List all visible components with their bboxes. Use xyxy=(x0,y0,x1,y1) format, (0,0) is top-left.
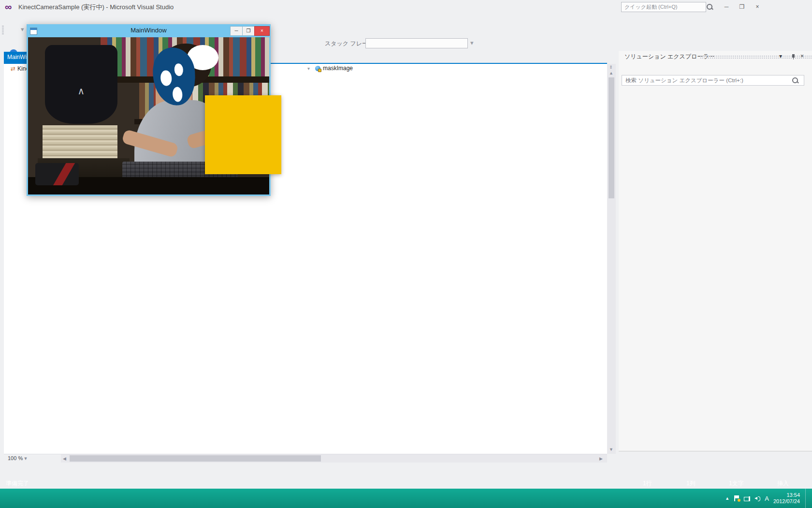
app-minimize-button[interactable]: ─ xyxy=(230,26,243,36)
clock[interactable]: 13:54 2012/07/24 xyxy=(773,492,800,505)
search-icon[interactable] xyxy=(792,77,798,83)
menu-bar xyxy=(0,14,812,23)
quick-launch-input[interactable]: クイック起動 (Ctrl+Q) xyxy=(621,2,706,12)
vs-titlebar[interactable]: ∞ KinectCameraSample (実行中) - Microsoft V… xyxy=(0,0,812,14)
show-desktop-button[interactable] xyxy=(805,489,808,508)
solution-explorer-titlebar[interactable]: ソリューション エクスプローラー ▾ × xyxy=(619,51,812,62)
fukidashi-test-image xyxy=(205,95,281,174)
show-hidden-icons-icon[interactable]: ▲ xyxy=(725,496,729,501)
panel-close-icon[interactable]: × xyxy=(800,53,804,60)
solution-explorer-bottom-tabs xyxy=(619,451,812,461)
status-bar: 準備完了 1行 1列 1文字 挿入 xyxy=(0,478,812,489)
scroll-thumb[interactable] xyxy=(609,77,614,198)
paper-stack xyxy=(43,125,117,158)
maximize-button[interactable]: ❐ xyxy=(736,2,748,12)
scroll-right-icon[interactable]: ▶ xyxy=(599,456,603,461)
scroll-up-icon[interactable]: ▲ xyxy=(609,71,613,75)
scroll-down-icon[interactable]: ▼ xyxy=(609,447,613,452)
app-maximize-button[interactable]: ❐ xyxy=(242,26,255,36)
solution-explorer-panel: ソリューション エクスプローラー ▾ × 検索 ソリューション エクスプローラー… xyxy=(619,51,812,461)
visual-studio-logo-icon: ∞ xyxy=(5,2,14,12)
status-column: 1列 xyxy=(686,478,696,489)
panel-menu-icon[interactable]: ▾ xyxy=(779,53,782,60)
hscroll-thumb[interactable] xyxy=(70,455,321,462)
scroll-split-grip[interactable]: ⇕ xyxy=(609,65,613,70)
status-line: 1行 xyxy=(643,478,652,489)
solution-explorer-toolbar xyxy=(622,63,810,75)
system-tray: ▲ A 13:54 2012/07/24 xyxy=(725,489,808,508)
ime-indicator[interactable]: A xyxy=(765,495,769,502)
taskbar: ▲ A 13:54 2012/07/24 xyxy=(0,489,812,508)
toolbar-grip[interactable] xyxy=(2,26,4,34)
solution-tree xyxy=(619,90,812,458)
status-character: 1文字 xyxy=(729,478,744,489)
editor-bottom-bar: 100 % ▾ ◀ ▶ xyxy=(4,454,607,463)
app-window-titlebar[interactable]: MainWindow ─ ❐ × xyxy=(27,24,271,37)
speaker-icon[interactable] xyxy=(754,495,760,501)
bottom-tool-tabs xyxy=(4,463,603,478)
status-insert-mode: 挿入 xyxy=(777,478,789,489)
editor-horizontal-scrollbar[interactable]: ◀ ▶ xyxy=(61,454,607,463)
network-icon[interactable] xyxy=(744,496,750,501)
stack-frame-dropdown[interactable] xyxy=(365,38,468,48)
window-title: KinectCameraSample (実行中) - Microsoft Vis… xyxy=(18,3,174,12)
stack-frame-dropdown-icon[interactable]: ▾ xyxy=(468,37,476,49)
action-center-flag-icon[interactable] xyxy=(734,495,740,501)
navigate-dropdown-icon[interactable]: ▾ xyxy=(18,23,27,36)
status-ready: 準備完了 xyxy=(6,478,29,489)
screen: ∞ KinectCameraSample (実行中) - Microsoft V… xyxy=(0,0,812,508)
quick-launch-search-icon[interactable] xyxy=(707,4,712,10)
tote-bag: ∧ xyxy=(45,45,117,124)
scroll-left-icon[interactable]: ◀ xyxy=(63,456,66,461)
app-close-button[interactable]: × xyxy=(254,26,270,36)
solution-explorer-search-input[interactable]: 検索 ソリューション エクスプローラー (Ctrl+:) xyxy=(622,75,804,86)
minimize-button[interactable]: ─ xyxy=(720,2,733,12)
close-button[interactable]: × xyxy=(751,2,764,12)
zoom-control[interactable]: 100 % ▾ xyxy=(4,454,65,463)
pin-icon[interactable] xyxy=(790,54,796,60)
